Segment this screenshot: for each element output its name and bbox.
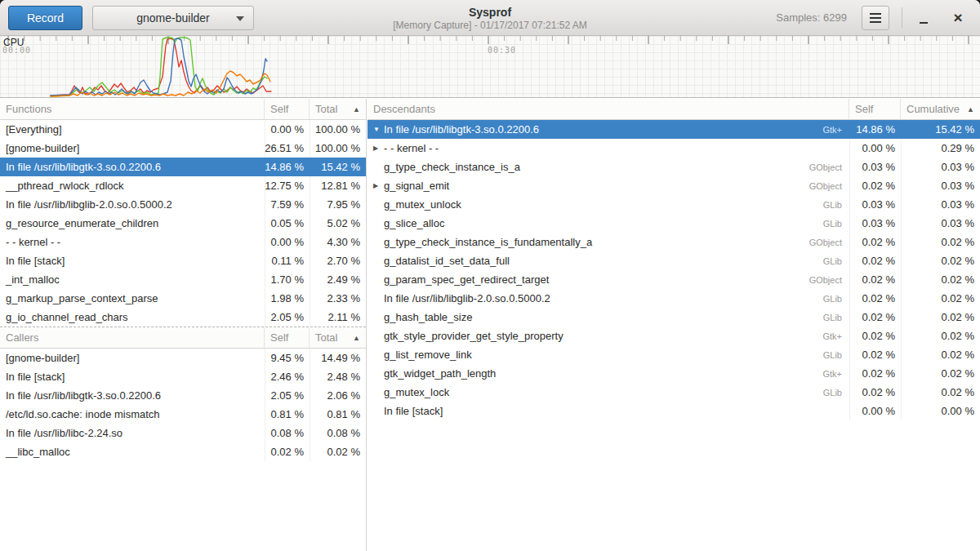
table-row[interactable]: [gnome-builder]9.45 %14.49 % (0, 349, 366, 367)
column-header-name[interactable]: Descendants (368, 99, 849, 119)
function-name: g_resource_enumerate_children (0, 214, 265, 233)
function-name: __libc_malloc (0, 442, 265, 461)
function-name: In file /usr/lib/libgtk-3.so.0.2200.6 (0, 386, 265, 405)
table-row[interactable]: g_type_check_instance_is_aGObject0.03 %0… (368, 158, 980, 176)
table-row[interactable]: g_mutex_lockGLib0.02 %0.02 % (368, 383, 980, 402)
self-percent: 12.75 % (265, 176, 310, 195)
table-row[interactable]: [gnome-builder]26.51 %100.00 % (0, 139, 366, 158)
table-row[interactable]: g_list_remove_linkGLib0.02 %0.02 % (368, 345, 980, 364)
table-row[interactable]: In file /usr/lib/libgtk-3.so.0.2200.614.… (0, 158, 366, 176)
minimize-button[interactable] (913, 7, 934, 29)
functions-table: FunctionsSelfTotal▲[Everything]0.00 %100… (0, 99, 366, 327)
table-row[interactable]: ▼In file /usr/lib/libgtk-3.so.0.2200.6Gt… (368, 120, 980, 139)
function-name: g_type_check_instance_is_a (384, 161, 520, 173)
self-percent: 0.00 % (849, 139, 901, 158)
table-row[interactable]: In file /usr/lib/libgtk-3.so.0.2200.62.0… (0, 386, 366, 405)
samples-count: Samples: 6299 (776, 11, 847, 24)
function-name: g_param_spec_get_redirect_target (384, 273, 549, 286)
self-percent: 2.05 % (265, 386, 310, 405)
function-name: In file /usr/lib/libglib-2.0.so.0.5000.2 (384, 292, 550, 304)
expander-open-icon[interactable]: ▼ (373, 126, 384, 133)
table-row[interactable]: /etc/ld.so.cache: inode mismatch0.81 %0.… (0, 405, 366, 424)
table-row[interactable]: In file [stack]2.46 %2.48 % (0, 367, 366, 386)
table-row[interactable]: g_mutex_unlockGLib0.03 %0.03 % (368, 195, 980, 214)
table-row[interactable]: In file [stack]0.11 %2.70 % (0, 251, 366, 270)
function-name: g_markup_parse_context_parse (0, 289, 265, 308)
library-tag: GLib (823, 313, 849, 322)
column-header-self[interactable]: Self (265, 99, 310, 119)
function-name: In file [stack] (384, 405, 443, 417)
cumulative-percent: 0.03 % (901, 176, 980, 195)
expander-closed-icon[interactable]: ▶ (373, 182, 384, 189)
table-row[interactable]: g_type_check_instance_is_fundamentally_a… (368, 233, 980, 251)
self-percent: 0.11 % (265, 251, 310, 270)
table-row[interactable]: g_io_channel_read_chars2.05 %2.11 % (0, 308, 366, 327)
table-row[interactable]: In file /usr/lib/libglib-2.0.so.0.5000.2… (368, 289, 980, 308)
total-percent: 2.06 % (310, 386, 366, 405)
table-row[interactable]: _int_malloc1.70 %2.49 % (0, 270, 366, 289)
expander-closed-icon[interactable]: ▶ (373, 144, 384, 152)
functions-table-header: FunctionsSelfTotal▲ (0, 99, 366, 120)
content-panes: FunctionsSelfTotal▲[Everything]0.00 %100… (0, 99, 980, 551)
column-header-total[interactable]: Total▲ (310, 327, 366, 348)
table-row[interactable]: gtk_style_provider_get_style_propertyGtk… (368, 327, 980, 345)
descendants-table-header: DescendantsSelfCumulative▲ (368, 99, 980, 120)
table-row[interactable]: g_slice_allocGLib0.03 %0.03 % (368, 214, 980, 233)
process-selector-dropdown[interactable]: gnome-builder (92, 6, 254, 30)
table-row[interactable]: g_markup_parse_context_parse1.98 %2.33 % (0, 289, 366, 308)
function-name: g_mutex_lock (384, 386, 449, 398)
table-row[interactable]: g_hash_table_sizeGLib0.02 %0.02 % (368, 308, 980, 327)
cumulative-percent: 0.00 % (901, 402, 980, 420)
total-percent: 2.33 % (310, 289, 366, 308)
function-name: g_list_remove_link (384, 349, 472, 361)
table-row[interactable]: - - kernel - -0.00 %4.30 % (0, 233, 366, 251)
self-percent: 0.81 % (265, 405, 310, 424)
column-header-total-label: Total (315, 103, 337, 115)
table-row[interactable]: __libc_malloc0.02 %0.02 % (0, 442, 366, 461)
self-percent: 0.05 % (265, 214, 310, 233)
column-header-name[interactable]: Callers (0, 327, 265, 348)
table-row[interactable]: __pthread_rwlock_rdlock12.75 %12.81 % (0, 176, 366, 195)
descendants-table: DescendantsSelfCumulative▲▼In file /usr/… (368, 99, 980, 420)
library-tag: Gtk+ (822, 331, 849, 341)
self-percent: 0.02 % (849, 289, 901, 308)
column-header-cumulative[interactable]: Cumulative▲ (901, 99, 980, 119)
self-percent: 0.03 % (849, 158, 901, 176)
cumulative-percent: 0.02 % (901, 364, 980, 383)
total-percent: 12.81 % (310, 176, 366, 195)
sort-ascending-icon: ▲ (350, 105, 360, 113)
cpu-graph[interactable]: CPU 00:00 00:30 (0, 36, 980, 98)
column-header-name[interactable]: Functions (0, 99, 265, 119)
table-row[interactable]: ▶g_signal_emitGObject0.02 %0.03 % (368, 176, 980, 195)
table-row[interactable]: ▶- - kernel - -0.00 %0.29 % (368, 139, 980, 158)
cumulative-percent: 0.02 % (901, 270, 980, 289)
table-row[interactable]: [Everything]0.00 %100.00 % (0, 120, 366, 139)
table-row[interactable]: g_datalist_id_set_data_fullGLib0.02 %0.0… (368, 251, 980, 270)
hamburger-menu-button[interactable] (862, 6, 889, 30)
table-row[interactable]: gtk_widget_path_lengthGtk+0.02 %0.02 % (368, 364, 980, 383)
table-row[interactable]: g_resource_enumerate_children0.05 %5.02 … (0, 214, 366, 233)
total-percent: 100.00 % (310, 139, 366, 158)
self-percent: 0.00 % (265, 120, 310, 139)
cumulative-percent: 0.03 % (901, 158, 980, 176)
column-header-self[interactable]: Self (265, 327, 310, 348)
cumulative-percent: 0.29 % (901, 139, 980, 158)
self-percent: 2.46 % (265, 367, 310, 386)
table-row[interactable]: In file /usr/lib/libc-2.24.so0.08 %0.08 … (0, 424, 366, 442)
function-name: In file /usr/lib/libgtk-3.so.0.2200.6 (0, 158, 265, 176)
table-row[interactable]: In file /usr/lib/libglib-2.0.so.0.5000.2… (0, 195, 366, 214)
total-percent: 0.02 % (310, 442, 366, 461)
cumulative-percent: 0.02 % (901, 345, 980, 364)
function-name: - - kernel - - (384, 142, 439, 154)
total-percent: 5.02 % (310, 214, 366, 233)
column-header-total[interactable]: Total▲ (310, 99, 366, 119)
column-header-self[interactable]: Self (849, 99, 901, 119)
capture-subtitle: [Memory Capture] - 01/17/2017 07:21:52 A… (393, 20, 586, 31)
table-row[interactable]: g_param_spec_get_redirect_targetGObject0… (368, 270, 980, 289)
cumulative-percent: 15.42 % (901, 120, 980, 139)
self-percent: 0.08 % (265, 424, 310, 442)
self-percent: 0.03 % (849, 214, 901, 233)
table-row[interactable]: In file [stack]0.00 %0.00 % (368, 402, 980, 420)
record-button[interactable]: Record (8, 6, 82, 30)
close-button[interactable]: × (947, 7, 969, 29)
